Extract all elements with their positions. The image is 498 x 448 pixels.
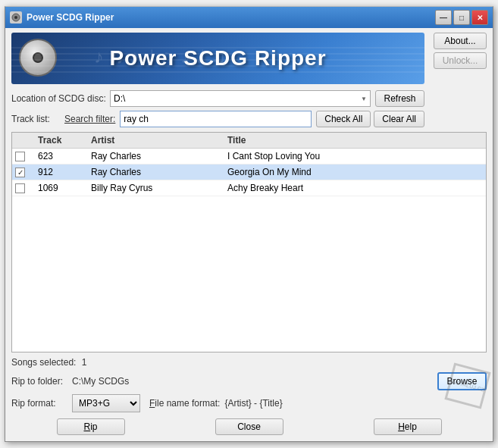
app-icon bbox=[10, 11, 22, 23]
window-content: About... Unlock... Power SCDG Ripper ♪ ♫… bbox=[5, 28, 493, 441]
dropdown-arrow-icon: ▼ bbox=[361, 96, 367, 102]
maximize-button[interactable]: □ bbox=[453, 10, 470, 25]
table-row[interactable]: ✓ 912 Ray Charles Georgia On My Mind bbox=[12, 164, 486, 180]
search-filter-label: Search filter: bbox=[64, 114, 115, 124]
help-button[interactable]: Help bbox=[374, 418, 442, 435]
filename-format-value: {Artist} - {Title} bbox=[224, 398, 282, 409]
track-number: 912 bbox=[38, 167, 91, 177]
disc-location-row: Location of SCDG disc: D:\ ▼ Refresh bbox=[11, 90, 424, 107]
close-button-main[interactable]: Close bbox=[215, 418, 283, 435]
about-button[interactable]: About... bbox=[434, 33, 487, 49]
col-title: Title bbox=[227, 135, 483, 146]
disc-location-label: Location of SCDG disc: bbox=[11, 93, 110, 104]
track-number: 623 bbox=[38, 151, 91, 161]
unlock-button[interactable]: Unlock... bbox=[434, 52, 487, 69]
window-title: Power SCDG Ripper bbox=[27, 12, 435, 23]
track-list-body: 623 Ray Charles I Cant Stop Loving You ✓… bbox=[12, 149, 486, 352]
app-banner: Power SCDG Ripper ♪ ♫ ♪ ♩ ♫ ♪ ♩ ♫ bbox=[11, 33, 424, 84]
track-checkbox[interactable] bbox=[15, 183, 25, 193]
check-all-button[interactable]: Check All bbox=[316, 111, 371, 127]
titlebar-controls: — □ ✕ bbox=[435, 10, 488, 25]
track-title: Georgia On My Mind bbox=[227, 167, 483, 177]
track-title: I Cant Stop Loving You bbox=[227, 151, 483, 161]
track-checkbox[interactable]: ✓ bbox=[15, 168, 25, 177]
table-row[interactable]: 623 Ray Charles I Cant Stop Loving You bbox=[12, 149, 486, 164]
col-track bbox=[15, 135, 38, 146]
clear-all-button[interactable]: Clear All bbox=[374, 111, 424, 127]
bottom-buttons: Rip Close Help bbox=[11, 418, 487, 435]
rip-folder-label: Rip to folder: bbox=[11, 376, 72, 387]
track-artist: Billy Ray Cyrus bbox=[91, 183, 227, 193]
svg-point-1 bbox=[14, 16, 17, 19]
songs-selected-count: 1 bbox=[82, 357, 87, 368]
banner-title: Power SCDG Ripper bbox=[109, 46, 326, 70]
track-artist: Ray Charles bbox=[91, 151, 227, 161]
minimize-button[interactable]: — bbox=[435, 10, 452, 25]
rip-folder-row: Rip to folder: C:\My SCDGs Browse bbox=[11, 372, 487, 390]
rip-folder-value: C:\My SCDGs bbox=[72, 376, 437, 387]
browse-button[interactable]: Browse bbox=[437, 372, 487, 390]
search-input[interactable] bbox=[120, 111, 312, 127]
format-dropdown[interactable]: MP3+G MP3 CDG bbox=[72, 394, 140, 412]
songs-selected-row: Songs selected: 1 bbox=[11, 357, 487, 368]
track-title: Achy Breaky Heart bbox=[227, 183, 483, 193]
track-list: Track Artist Title 623 Ray Charles I Can… bbox=[11, 132, 487, 352]
col-track-num: Track bbox=[38, 135, 91, 146]
rip-format-row: Rip format: MP3+G MP3 CDG File name form… bbox=[11, 394, 487, 412]
track-checkbox[interactable] bbox=[15, 152, 25, 161]
rip-format-label: Rip format: bbox=[11, 398, 72, 409]
filename-format-label: File name format: bbox=[149, 398, 220, 409]
track-list-header: Track Artist Title bbox=[12, 133, 486, 149]
track-number: 1069 bbox=[38, 183, 91, 193]
track-artist: Ray Charles bbox=[91, 167, 227, 177]
track-filter-row: Track list: Search filter: Check All Cle… bbox=[11, 111, 424, 127]
top-right-buttons: About... Unlock... bbox=[434, 33, 487, 69]
refresh-button[interactable]: Refresh bbox=[375, 90, 424, 107]
main-window: Power SCDG Ripper — □ ✕ About... Unlock.… bbox=[5, 6, 493, 442]
track-list-label: Track list: bbox=[11, 114, 64, 124]
close-button[interactable]: ✕ bbox=[471, 10, 488, 25]
disc-location-dropdown[interactable]: D:\ ▼ bbox=[110, 90, 371, 107]
songs-selected-label: Songs selected: bbox=[11, 357, 76, 368]
titlebar: Power SCDG Ripper — □ ✕ bbox=[5, 7, 493, 28]
rip-button[interactable]: Rip bbox=[57, 418, 125, 435]
disc-icon bbox=[19, 39, 57, 77]
table-row[interactable]: 1069 Billy Ray Cyrus Achy Breaky Heart bbox=[12, 180, 486, 196]
disc-location-value: D:\ bbox=[114, 93, 125, 104]
col-artist: Artist bbox=[91, 135, 227, 146]
